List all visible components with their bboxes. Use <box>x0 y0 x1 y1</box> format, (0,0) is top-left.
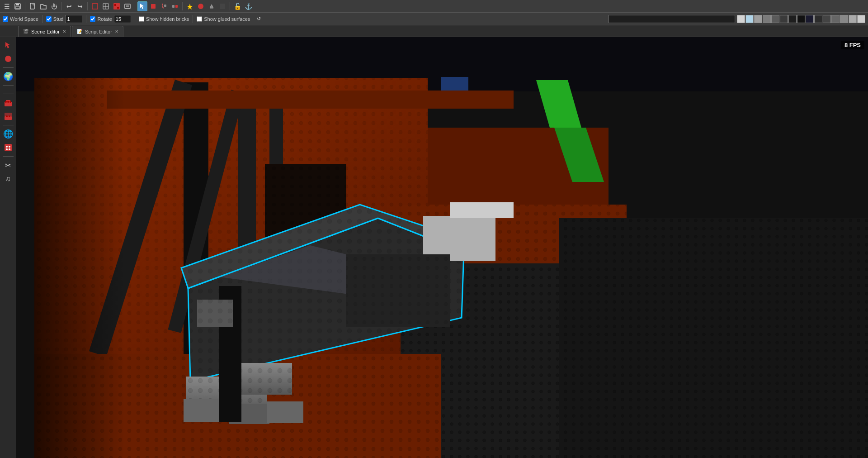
swatch-lightest[interactable] <box>857 15 865 23</box>
show-glued-checkbox[interactable] <box>197 16 202 22</box>
svg-rect-12 <box>114 4 116 6</box>
svg-rect-19 <box>172 5 175 8</box>
open-file-btn[interactable] <box>38 1 48 11</box>
svg-point-33 <box>9 115 10 117</box>
sidebar-sep-1 <box>3 67 14 68</box>
tab-scene-editor-label: Scene Editor <box>31 29 60 34</box>
sidebar-sep-3 <box>3 94 14 94</box>
sidebar-select-btn[interactable] <box>2 39 14 52</box>
sidebar-parts-btn[interactable] <box>2 110 14 123</box>
sidebar-globe-btn[interactable]: 🌍 <box>2 70 14 83</box>
move-tool-btn[interactable] <box>148 1 158 11</box>
svg-point-29 <box>9 101 11 103</box>
sidebar-brush-btn[interactable]: ✂ <box>2 159 14 172</box>
sep-4 <box>135 2 135 10</box>
world-space-option: World Space <box>3 16 38 22</box>
undo-btn[interactable]: ↩ <box>64 1 74 11</box>
show-hidden-option: Show hidden bricks <box>139 16 189 22</box>
stud-label: Stud <box>53 16 64 22</box>
sidebar-music-btn[interactable]: ♫ <box>2 172 14 185</box>
svg-rect-22 <box>220 4 225 9</box>
main-toolbar: ☰ ↩ ↪ <box>0 0 868 13</box>
svg-point-24 <box>5 56 11 62</box>
sidebar-sep-2 <box>3 85 14 86</box>
select-rect-btn[interactable] <box>90 1 100 11</box>
sep-3 <box>87 2 88 10</box>
sep-5 <box>182 2 183 10</box>
swatch-med-gray[interactable] <box>763 15 771 23</box>
menu-btn[interactable]: ☰ <box>2 1 12 11</box>
swatch-dark[interactable] <box>780 15 788 23</box>
3d-viewport[interactable]: 8 FPS <box>16 37 868 458</box>
hand-tool-btn[interactable] <box>49 1 59 11</box>
svg-rect-34 <box>5 144 12 151</box>
rotate-checkbox[interactable] <box>90 16 95 22</box>
lock-btn[interactable]: 🔓 <box>232 1 242 11</box>
tab-scene-editor[interactable]: 🎬 Scene Editor ✕ <box>18 26 71 37</box>
hinge-btn[interactable] <box>170 1 180 11</box>
tab-script-editor-close[interactable]: ✕ <box>115 29 118 34</box>
svg-rect-93 <box>34 78 125 458</box>
swatch-near-black[interactable] <box>788 15 797 23</box>
stud-checkbox[interactable] <box>46 16 52 22</box>
show-glued-option: Show glued surfaces <box>197 16 250 22</box>
swatch-dark2[interactable] <box>814 15 822 23</box>
world-space-label: World Space <box>10 16 38 22</box>
svg-point-35 <box>6 146 8 148</box>
redo-btn[interactable]: ↪ <box>75 1 85 11</box>
rotate-tool-btn[interactable] <box>159 1 169 11</box>
stud-input[interactable] <box>65 15 82 23</box>
world-space-checkbox[interactable] <box>3 16 8 22</box>
svg-point-21 <box>198 4 203 9</box>
swatch-white[interactable] <box>737 15 745 23</box>
svg-rect-20 <box>175 5 178 8</box>
svg-rect-30 <box>5 116 12 120</box>
align-btn[interactable] <box>123 1 132 11</box>
script-editor-icon: 📝 <box>77 29 82 34</box>
swatch-gray2[interactable] <box>823 15 831 23</box>
sep-1 <box>25 2 25 10</box>
sidebar-build-btn[interactable] <box>2 96 14 109</box>
svg-rect-1 <box>16 4 19 5</box>
svg-rect-86 <box>197 300 233 327</box>
new-file-btn[interactable] <box>28 1 38 11</box>
svg-point-32 <box>6 115 8 117</box>
sidebar-sep-4 <box>3 125 14 125</box>
scene-svg <box>16 37 868 458</box>
sidebar-paint-btn[interactable] <box>2 52 14 65</box>
sep-2 <box>61 2 62 10</box>
grid-snap-btn[interactable] <box>101 1 111 11</box>
paint2-btn[interactable] <box>196 1 206 11</box>
sidebar-grid-btn[interactable]: 🌐 <box>2 128 14 140</box>
snap-btn[interactable] <box>112 1 122 11</box>
svg-rect-92 <box>346 254 450 327</box>
swatch-dark-gray[interactable] <box>771 15 779 23</box>
swatch-med2[interactable] <box>831 15 840 23</box>
svg-rect-3 <box>30 3 34 9</box>
show-hidden-label: Show hidden bricks <box>146 16 189 22</box>
cursor-tool-btn[interactable] <box>137 1 147 11</box>
rotate-input[interactable] <box>114 15 131 23</box>
show-hidden-checkbox[interactable] <box>139 16 144 22</box>
swatch-very-dark[interactable] <box>806 15 814 23</box>
refresh-btn[interactable]: ↺ <box>254 14 264 24</box>
svg-rect-31 <box>5 113 12 116</box>
tab-scene-editor-close[interactable]: ✕ <box>62 29 66 34</box>
tab-script-editor[interactable]: 📝 Script Editor ✕ <box>72 26 123 37</box>
swatch-light2[interactable] <box>840 15 848 23</box>
swatch-light-blue[interactable] <box>745 15 754 23</box>
svg-rect-2 <box>16 6 19 9</box>
paint-color-btn[interactable] <box>185 1 195 11</box>
paint4-btn[interactable] <box>217 1 227 11</box>
save-btn[interactable] <box>13 1 23 11</box>
main-area: 🌍 🌐 ✂ ♫ <box>0 37 868 458</box>
tabs-bar: 🎬 Scene Editor ✕ 📝 Script Editor ✕ <box>0 25 868 37</box>
swatch-black[interactable] <box>797 15 805 23</box>
paint3-btn[interactable] <box>207 1 217 11</box>
swatch-light-gray[interactable] <box>754 15 762 23</box>
sep-t2-2 <box>86 15 86 23</box>
search-input[interactable] <box>609 15 735 23</box>
anchor-btn[interactable]: ⚓ <box>243 1 253 11</box>
swatch-lighter[interactable] <box>849 15 857 23</box>
sidebar-palette-btn[interactable] <box>2 141 14 154</box>
